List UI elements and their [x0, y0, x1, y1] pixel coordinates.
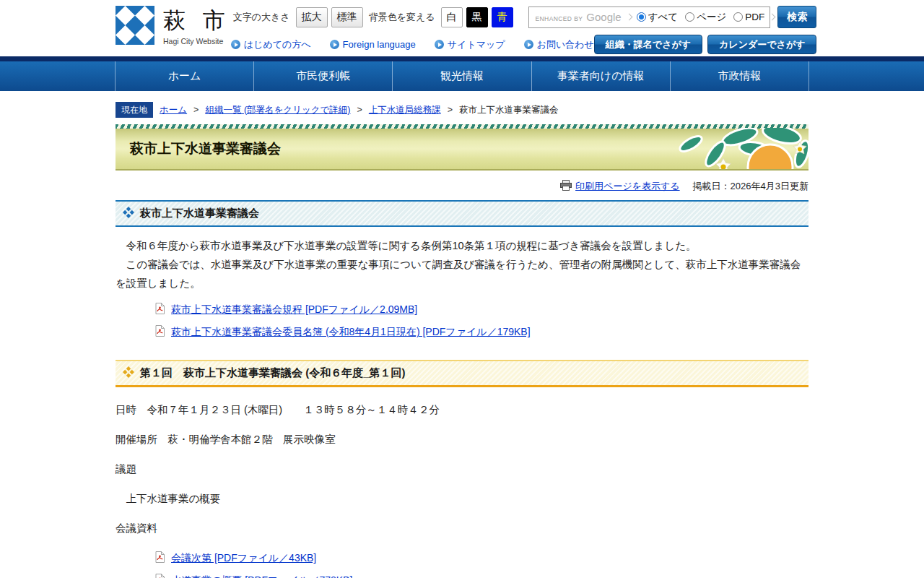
list-item: 萩市上下水道事業審議会委員名簿 (令和8年4月1日現在) [PDFファイル／17… — [155, 325, 808, 340]
quick-link-foreign-language[interactable]: Foreign language — [330, 38, 416, 51]
agenda-label: 議題 — [116, 462, 808, 476]
search-scope-pdf-radio[interactable]: PDF — [733, 12, 764, 22]
quick-link-contact[interactable]: お問い合わせ — [524, 38, 594, 51]
arrow-circle-icon — [231, 40, 240, 49]
nav-item-city-government[interactable]: 市政情報 — [670, 61, 809, 91]
quick-link-label: サイトマップ — [448, 38, 505, 51]
council-description-line2: この審議会では、水道事業及び下水道事業の重要な事項について調査及び審議を行うため… — [116, 259, 801, 289]
bg-color-white-button[interactable]: 白 — [441, 7, 463, 27]
bg-color-label: 背景色を変える — [369, 11, 435, 24]
quick-link-label: はじめての方へ — [244, 38, 311, 51]
chevron-right-icon — [625, 14, 632, 21]
arrow-circle-icon — [330, 40, 339, 49]
list-item: 萩市上下水道事業審議会規程 [PDFファイル／2.09MB] — [155, 303, 808, 317]
print-page-link[interactable]: 印刷用ページを表示する — [560, 180, 680, 193]
radio-unchecked-icon[interactable] — [685, 12, 694, 22]
printer-icon — [560, 180, 572, 193]
site-header: 萩 市 Hagi City Website 文字の大きさ 拡大 標準 背景色を変… — [0, 0, 924, 56]
search-scope-pdf-label: PDF — [745, 12, 764, 22]
site-name: 萩 市 — [163, 6, 231, 36]
page-title-banner: 萩市上下水道事業審議会 — [116, 124, 808, 171]
site-logo[interactable]: 萩 市 Hagi City Website — [116, 6, 231, 54]
list-item: 会議次第 [PDFファイル／43KB] — [155, 551, 808, 566]
radio-checked-icon[interactable] — [637, 12, 646, 22]
page-title: 萩市上下水道事業審議会 — [130, 139, 281, 158]
materials-label: 会議資料 — [116, 522, 808, 535]
bg-color-black-button[interactable]: 黒 — [466, 7, 488, 27]
quick-link-label: Foreign language — [343, 39, 416, 50]
search-scope-all-label: すべて — [648, 11, 678, 24]
bg-color-blue-button[interactable]: 青 — [492, 7, 513, 27]
council-description-line1: 令和６年度から萩市水道事業及び下水道事業の設置等に関する条例第10条第１項の規程… — [116, 240, 697, 251]
meeting-datetime: 日時 令和７年１月２３日 (木曜日) １３時５８分～１４時４２分 — [116, 403, 808, 417]
search-scope-page-label: ページ — [697, 11, 726, 24]
pdf-link-water-overview[interactable]: 水道事業の概要 [PDFファイル／778KB] — [171, 574, 352, 578]
nav-item-citizen-guide[interactable]: 市民便利帳 — [253, 61, 392, 91]
quick-link-sitemap[interactable]: サイトマップ — [435, 38, 505, 51]
current-location-badge: 現在地 — [116, 102, 153, 118]
nav-item-tourism[interactable]: 観光情報 — [392, 61, 531, 91]
find-by-organization-button[interactable]: 組織・課名でさがす — [594, 35, 702, 54]
gold-diamond-bullet-icon — [123, 366, 134, 380]
arrow-circle-icon — [435, 40, 444, 49]
meeting-location: 開催場所 萩・明倫学舎本館２階 展示映像室 — [116, 433, 808, 447]
search-scope-page-radio[interactable]: ページ — [685, 11, 726, 24]
breadcrumb-link-organizations[interactable]: 組織一覧 (部署名をクリックで詳細) — [205, 104, 350, 116]
list-item: 水道事業の概要 [PDFファイル／778KB] — [155, 574, 808, 578]
search-input[interactable]: ENHANCED BY Google — [535, 11, 621, 23]
site-search-box[interactable]: ENHANCED BY Google すべて ページ — [528, 7, 770, 28]
section-heading-council: 萩市上下水道事業審議会 — [116, 200, 808, 227]
meeting-materials-pdf-list: 会議次第 [PDFファイル／43KB] 水道事業の概要 [PDFファイル／778… — [116, 551, 808, 578]
pdf-file-icon — [155, 574, 165, 578]
search-submit-button[interactable]: 検索 — [777, 6, 816, 28]
council-description: 令和６年度から萩市水道事業及び下水道事業の設置等に関する条例第10条第１項の規程… — [116, 236, 808, 293]
hagi-diamond-logo-icon — [116, 6, 154, 48]
site-subtitle: Hagi City Website — [163, 37, 231, 46]
breadcrumb-separator: > — [357, 105, 362, 115]
blue-diamond-bullet-icon — [123, 207, 134, 220]
quick-link-label: お問い合わせ — [537, 38, 594, 51]
quick-link-first-time[interactable]: はじめての方へ — [231, 38, 311, 51]
chevron-right-icon — [769, 14, 776, 21]
breadcrumb-separator: > — [448, 105, 453, 115]
breadcrumb-link-water-dept[interactable]: 上下水道局総務課 — [369, 104, 441, 116]
arrow-circle-icon — [524, 40, 533, 49]
pdf-link-member-roster[interactable]: 萩市上下水道事業審議会委員名簿 (令和8年4月1日現在) [PDFファイル／17… — [171, 326, 531, 339]
text-size-enlarge-button[interactable]: 拡大 — [296, 7, 328, 27]
pdf-link-meeting-agenda[interactable]: 会議次第 [PDFファイル／43KB] — [171, 552, 316, 565]
council-pdf-list: 萩市上下水道事業審議会規程 [PDFファイル／2.09MB] 萩市上下水道事業審… — [116, 303, 808, 340]
find-by-calendar-button[interactable]: カレンダーでさがす — [707, 35, 816, 54]
radio-unchecked-icon[interactable] — [733, 12, 743, 22]
citrus-leaves-illustration — [653, 128, 808, 171]
nav-item-business[interactable]: 事業者向けの情報 — [531, 61, 670, 91]
print-and-date-row: 印刷用ページを表示する 掲載日：2026年4月3日更新 — [116, 180, 808, 193]
agenda-item: 上下水道事業の概要 — [116, 492, 808, 506]
section-heading-first-meeting: 第１回 萩市上下水道事業審議会 (令和６年度_第１回) — [116, 360, 808, 387]
section-heading-text: 萩市上下水道事業審議会 — [140, 207, 259, 220]
pdf-file-icon — [155, 325, 165, 340]
print-page-link-label: 印刷用ページを表示する — [575, 180, 680, 193]
section-heading-text: 第１回 萩市上下水道事業審議会 (令和６年度_第１回) — [140, 366, 406, 380]
breadcrumb-link-home[interactable]: ホーム — [160, 104, 187, 116]
main-navigation: ホーム 市民便利帳 観光情報 事業者向けの情報 市政情報 — [0, 56, 924, 91]
breadcrumb-current-page: 萩市上下水道事業審議会 — [459, 104, 559, 116]
text-size-label: 文字の大きさ — [233, 11, 290, 24]
search-scope-all-radio[interactable]: すべて — [637, 11, 678, 24]
published-date: 掲載日：2026年4月3日更新 — [693, 180, 808, 193]
pdf-file-icon — [155, 303, 165, 317]
breadcrumb-separator: > — [193, 105, 199, 115]
search-watermark-prefix: ENHANCED BY — [535, 15, 583, 22]
pdf-link-regulations[interactable]: 萩市上下水道事業審議会規程 [PDFファイル／2.09MB] — [171, 303, 417, 316]
google-brand-watermark: Google — [586, 11, 621, 23]
nav-item-home[interactable]: ホーム — [115, 61, 253, 91]
breadcrumb: 現在地 ホーム > 組織一覧 (部署名をクリックで詳細) > 上下水道局総務課 … — [116, 102, 808, 118]
text-size-standard-button[interactable]: 標準 — [331, 7, 363, 27]
pdf-file-icon — [155, 551, 165, 566]
